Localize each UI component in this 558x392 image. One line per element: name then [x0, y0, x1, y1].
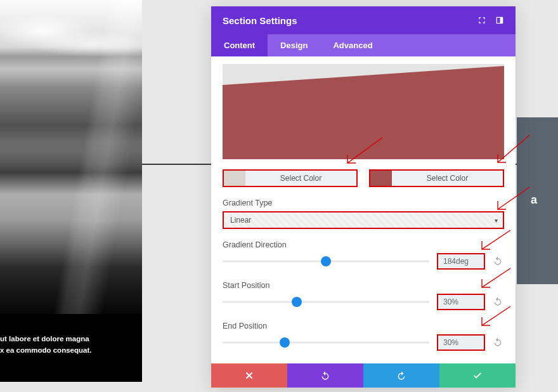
- color-swatch-1: [224, 171, 245, 186]
- background-caption: ut labore et dolore magna x ea commodo c…: [0, 314, 142, 382]
- gradient-direction-input[interactable]: 184deg: [437, 253, 485, 270]
- tab-content[interactable]: Content: [211, 34, 268, 56]
- caption-line: x ea commodo consequat.: [0, 346, 91, 354]
- modal-body: Select Color Select Color Gradient Type …: [211, 56, 516, 361]
- modal-header: Section Settings: [211, 6, 516, 34]
- end-position-slider[interactable]: [223, 336, 429, 350]
- start-position-input[interactable]: 30%: [437, 294, 485, 310]
- gradient-type-select[interactable]: Linear: [223, 211, 504, 229]
- modal-title: Section Settings: [223, 15, 297, 26]
- caption-line: ut labore et dolore magna: [0, 335, 89, 343]
- modal-footer: [211, 363, 516, 388]
- color-swatch-2: [370, 171, 392, 186]
- reset-icon[interactable]: [493, 256, 504, 267]
- background-photo: [0, 0, 142, 314]
- select-color-1-label: Select Color: [245, 171, 356, 186]
- cancel-button[interactable]: [211, 363, 287, 388]
- background-sidebar: [517, 117, 558, 284]
- expand-icon[interactable]: [477, 16, 486, 25]
- gradient-direction-label: Gradient Direction: [223, 240, 504, 249]
- select-color-2-label: Select Color: [392, 171, 503, 186]
- select-color-1[interactable]: Select Color: [223, 169, 358, 187]
- end-position-label: End Position: [223, 322, 504, 330]
- gradient-type-value: Linear: [230, 216, 251, 225]
- tab-advanced[interactable]: Advanced: [320, 34, 385, 56]
- select-color-2[interactable]: Select Color: [369, 169, 504, 187]
- svg-rect-1: [500, 17, 503, 23]
- reset-icon[interactable]: [493, 296, 504, 308]
- undo-button[interactable]: [287, 363, 363, 388]
- gradient-direction-slider[interactable]: [223, 254, 429, 268]
- snap-icon[interactable]: [495, 16, 504, 25]
- end-position-input[interactable]: 30%: [437, 334, 485, 351]
- gradient-type-label: Gradient Type: [223, 199, 504, 207]
- section-settings-modal: Section Settings Content Design Advanced…: [211, 6, 516, 388]
- gradient-preview: [223, 64, 504, 159]
- start-position-label: Start Position: [223, 281, 504, 290]
- reset-icon[interactable]: [493, 337, 504, 348]
- tab-design[interactable]: Design: [268, 34, 320, 56]
- save-button[interactable]: [439, 363, 516, 388]
- redo-button[interactable]: [363, 363, 439, 388]
- start-position-slider[interactable]: [223, 295, 429, 309]
- modal-tabs: Content Design Advanced: [211, 34, 516, 56]
